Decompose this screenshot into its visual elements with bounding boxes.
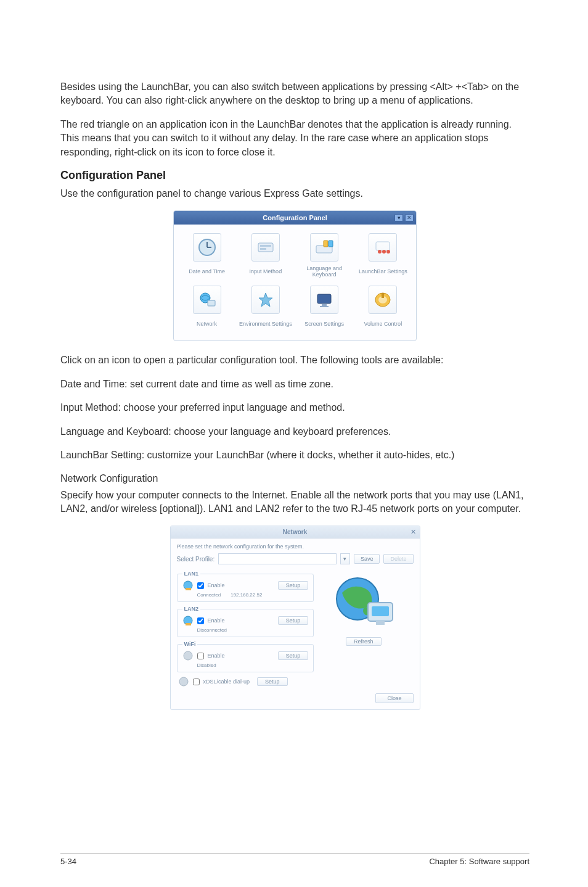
config-item-language-keyboard[interactable]: Language and Keyboard [295, 229, 354, 282]
globe-icon [178, 676, 189, 687]
wifi-legend: WiFi [182, 641, 198, 647]
paragraph: Date and Time: set current date and time… [60, 377, 529, 391]
globe-icon [182, 580, 194, 591]
lan2-group: LAN2 Enable Setup Disconnected [177, 606, 314, 637]
footer-divider [60, 853, 529, 854]
svg-rect-14 [208, 300, 215, 306]
config-item-label: Input Method [250, 265, 282, 278]
lan2-status: Disconnected [197, 627, 227, 633]
profile-dropdown-button[interactable]: ▾ [340, 553, 350, 564]
window-controls: ▾ ✕ [394, 214, 414, 221]
wifi-enable-label: Enable [208, 653, 225, 659]
svg-rect-8 [329, 241, 333, 247]
dialup-row: xDSL/cable dial-up Setup [177, 676, 314, 687]
wifi-enable-checkbox[interactable] [197, 653, 204, 659]
wifi-status: Disabled [197, 662, 216, 668]
config-item-volume-control[interactable]: Volume Control [354, 282, 412, 334]
dialup-setup-button[interactable]: Setup [257, 677, 288, 686]
paragraph: Specify how your computer connects to th… [60, 489, 529, 516]
network-dialog-figure: Network ✕ Please set the network configu… [60, 526, 529, 710]
minimize-button[interactable]: ▾ [394, 214, 403, 221]
config-item-date-time[interactable]: Date and Time [178, 229, 236, 282]
svg-rect-5 [260, 248, 266, 250]
config-item-label: Screen Settings [304, 317, 344, 331]
lan2-enable-checkbox[interactable] [197, 617, 204, 624]
paragraph: Use the configuration panel to change va… [60, 187, 529, 200]
paragraph: The red triangle on an application icon … [60, 118, 529, 159]
lan1-status: Connected [197, 592, 221, 598]
screen-settings-icon [310, 286, 338, 314]
volume-control-icon [369, 286, 397, 314]
config-item-screen-settings[interactable]: Screen Settings [295, 282, 354, 334]
close-button[interactable]: ✕ [405, 214, 414, 221]
network-window: Network ✕ Please set the network configu… [170, 526, 420, 710]
config-item-label: Volume Control [364, 317, 402, 331]
config-item-label: Language and Keyboard [296, 265, 353, 278]
svg-point-24 [179, 677, 188, 686]
refresh-button[interactable]: Refresh [346, 637, 382, 646]
page-number: 5-34 [60, 857, 76, 866]
environment-settings-icon [251, 286, 280, 314]
svg-rect-29 [376, 621, 385, 625]
config-item-label: Environment Settings [239, 317, 292, 331]
network-icon [193, 286, 221, 314]
input-method-icon [251, 233, 280, 262]
paragraph: Language and Keyboard: choose your langu… [60, 425, 529, 439]
launchbar-settings-icon [369, 233, 397, 262]
svg-rect-4 [260, 245, 271, 247]
wifi-setup-button[interactable]: Setup [278, 651, 309, 660]
svg-rect-7 [324, 241, 328, 247]
configuration-panel-figure: Configuration Panel ▾ ✕ Date and Time [60, 210, 529, 341]
svg-rect-3 [258, 243, 273, 252]
paragraph: Input Method: choose your preferred inpu… [60, 401, 529, 415]
config-item-label: LaunchBar Settings [359, 265, 407, 278]
window-titlebar: Configuration Panel ▾ ✕ [174, 211, 416, 225]
close-button[interactable]: Close [375, 693, 413, 703]
paragraph: LaunchBar Setting: customize your Launch… [60, 448, 529, 462]
lan2-setup-button[interactable]: Setup [278, 616, 309, 625]
lan1-setup-button[interactable]: Setup [278, 581, 309, 590]
globe-icon [182, 650, 194, 661]
lan1-legend: LAN1 [182, 571, 201, 577]
paragraph: Besides using the LaunchBar, you can als… [60, 80, 529, 108]
profile-input[interactable] [218, 553, 337, 564]
svg-point-10 [378, 250, 382, 254]
svg-point-23 [184, 651, 192, 660]
svg-rect-28 [372, 606, 389, 616]
config-item-network[interactable]: Network [178, 282, 236, 334]
delete-button[interactable]: Delete [383, 554, 413, 564]
wifi-group: WiFi Enable Setup Disabled [177, 641, 314, 672]
globe-icon [182, 615, 194, 626]
window-titlebar: Network ✕ [171, 526, 420, 538]
config-item-launchbar-settings[interactable]: LaunchBar Settings [354, 229, 412, 282]
svg-point-12 [386, 250, 390, 254]
svg-rect-15 [317, 294, 331, 303]
close-icon[interactable]: ✕ [410, 528, 416, 536]
chapter-label: Chapter 5: Software support [429, 857, 529, 866]
language-keyboard-icon [310, 233, 338, 262]
svg-rect-20 [382, 293, 384, 298]
profile-label: Select Profile: [177, 556, 215, 563]
lan1-ip: 192.168.22.52 [231, 592, 262, 598]
svg-rect-9 [376, 242, 390, 250]
svg-point-11 [382, 250, 386, 254]
lan2-legend: LAN2 [182, 606, 201, 612]
dialup-checkbox[interactable] [193, 679, 200, 685]
dialup-label: xDSL/cable dial-up [203, 679, 250, 685]
subheading: Network Configuration [60, 472, 529, 485]
paragraph: Click on an icon to open a particular co… [60, 353, 529, 367]
section-heading: Configuration Panel [60, 169, 529, 182]
lan2-enable-label: Enable [208, 617, 225, 624]
svg-rect-16 [322, 304, 327, 306]
lan1-enable-checkbox[interactable] [197, 582, 204, 589]
clock-icon [193, 233, 221, 262]
config-item-label: Date and Time [189, 265, 225, 278]
save-button[interactable]: Save [354, 554, 380, 564]
config-item-label: Network [197, 317, 217, 331]
window-title: Network [283, 529, 307, 535]
config-item-input-method[interactable]: Input Method [236, 229, 295, 282]
page-footer: 5-34 Chapter 5: Software support [60, 857, 529, 866]
lan1-enable-label: Enable [208, 582, 225, 588]
config-item-environment-settings[interactable]: Environment Settings [236, 282, 295, 334]
lan1-group: LAN1 Enable Setup Connected 192.168.22.5… [177, 571, 314, 602]
